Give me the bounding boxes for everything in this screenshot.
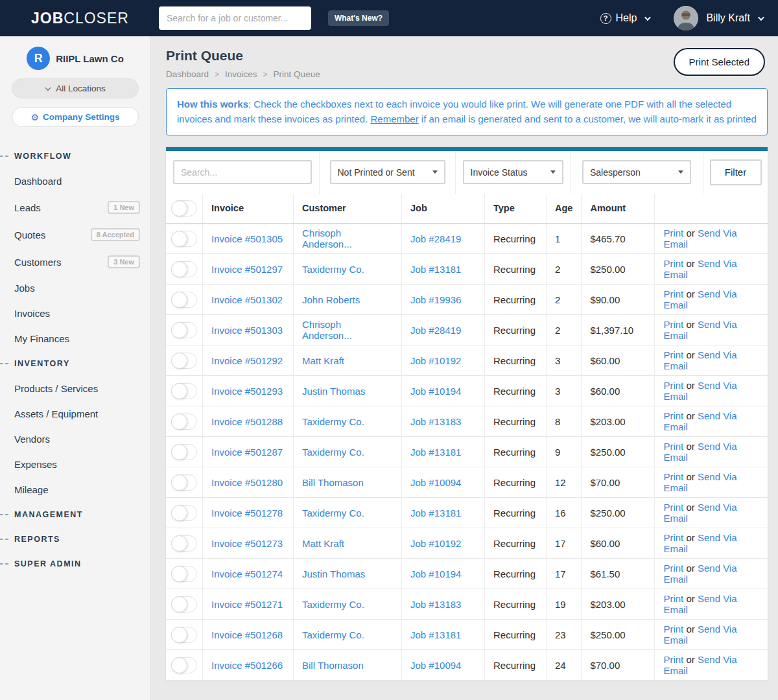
row-toggle[interactable] [171,657,197,673]
invoice-link[interactable]: Invoice #501266 [211,660,283,671]
customer-link[interactable]: Matt Kraft [302,355,344,366]
job-link[interactable]: Job #28419 [410,325,461,336]
print-link[interactable]: Print [663,624,683,635]
breadcrumb-item-dashboard[interactable]: Dashboard [166,69,209,79]
sidebar-item-assets-equipment[interactable]: Assets / Equipment [0,401,150,426]
sidebar-section-inventory[interactable]: INVENTORY [0,351,150,376]
filter-button[interactable]: Filter [710,159,762,185]
job-link[interactable]: Job #10192 [410,538,461,549]
sidebar-section-management[interactable]: MANAGEMENT [0,502,150,527]
invoice-link[interactable]: Invoice #501302 [211,294,283,305]
invoice-link[interactable]: Invoice #501293 [211,386,283,397]
invoice-link[interactable]: Invoice #501305 [211,233,283,244]
sidebar-item-my-finances[interactable]: My Finances [0,326,150,351]
job-link[interactable]: Job #13181 [410,447,461,458]
print-link[interactable]: Print [663,441,683,452]
global-search-input[interactable] [159,6,311,30]
customer-link[interactable]: John Roberts [302,294,360,305]
sidebar-item-mileage[interactable]: Mileage [0,477,150,502]
customer-link[interactable]: Taxidermy Co. [302,447,364,458]
print-link[interactable]: Print [663,288,683,299]
customer-link[interactable]: Taxidermy Co. [302,599,364,610]
print-link[interactable]: Print [663,654,683,665]
sidebar-item-products-services[interactable]: Products / Services [0,376,150,401]
row-toggle[interactable] [171,383,197,399]
invoice-link[interactable]: Invoice #501292 [211,355,283,366]
sidebar-item-jobs[interactable]: Jobs [0,275,150,301]
row-toggle[interactable] [171,596,197,612]
printed-status-select[interactable]: Not Printed or Sent [330,160,445,184]
print-link[interactable]: Print [663,532,683,543]
sidebar-item-leads[interactable]: Leads1 New [0,194,150,221]
job-link[interactable]: Job #13183 [410,416,461,427]
row-toggle[interactable] [171,261,197,277]
job-link[interactable]: Job #28419 [410,233,461,244]
customer-link[interactable]: Justin Thomas [302,568,365,579]
job-link[interactable]: Job #13181 [410,264,461,275]
company-header[interactable]: R RIIPL Lawn Co [0,47,150,70]
row-toggle[interactable] [171,627,197,643]
invoice-link[interactable]: Invoice #501278 [211,508,283,519]
sidebar-item-customers[interactable]: Customers3 New [0,248,150,275]
invoice-link[interactable]: Invoice #501297 [211,264,283,275]
print-link[interactable]: Print [663,380,683,391]
help-menu[interactable]: ? Help [600,12,650,24]
app-logo[interactable]: JOBCLOSER [31,10,129,27]
sidebar-section-reports[interactable]: REPORTS [0,527,150,552]
invoice-link[interactable]: Invoice #501271 [211,599,283,610]
customer-link[interactable]: Chrisoph Anderson... [302,228,352,250]
job-link[interactable]: Job #19936 [410,294,461,305]
row-toggle[interactable] [171,566,197,582]
invoice-link[interactable]: Invoice #501280 [211,477,283,488]
print-selected-button[interactable]: Print Selected [674,48,765,76]
row-toggle[interactable] [171,505,197,521]
job-link[interactable]: Job #10094 [410,660,461,671]
row-toggle[interactable] [171,474,197,491]
print-link[interactable]: Print [663,593,683,604]
table-search-input[interactable] [173,160,312,184]
job-link[interactable]: Job #10194 [410,568,461,579]
sidebar-item-expenses[interactable]: Expenses [0,452,150,477]
print-link[interactable]: Print [663,228,683,239]
row-toggle[interactable] [171,292,197,308]
user-menu[interactable]: Billy Kraft [674,6,762,30]
customer-link[interactable]: Taxidermy Co. [302,629,364,640]
invoice-status-select[interactable]: Invoice Status [463,160,563,184]
invoice-link[interactable]: Invoice #501303 [211,325,283,336]
sidebar-section-super-admin[interactable]: SUPER ADMIN [0,552,150,576]
invoice-link[interactable]: Invoice #501274 [211,568,283,579]
customer-link[interactable]: Bill Thomason [302,477,364,488]
invoice-link[interactable]: Invoice #501288 [211,416,283,427]
row-toggle[interactable] [171,535,197,552]
print-link[interactable]: Print [663,319,683,330]
job-link[interactable]: Job #10192 [410,355,461,366]
row-toggle[interactable] [171,444,197,460]
salesperson-select[interactable]: Salesperson [582,160,691,184]
print-link[interactable]: Print [663,502,683,513]
sidebar-section-workflow[interactable]: WORKFLOW [0,144,150,169]
customer-link[interactable]: Matt Kraft [302,538,344,549]
all-locations-dropdown[interactable]: All Locations [12,78,139,99]
whats-new-button[interactable]: What's New? [328,10,389,26]
row-toggle[interactable] [171,231,197,247]
row-toggle[interactable] [171,322,197,338]
print-link[interactable]: Print [663,258,683,269]
customer-link[interactable]: Chrisoph Anderson... [302,319,352,341]
invoice-link[interactable]: Invoice #501287 [211,447,283,458]
job-link[interactable]: Job #13181 [410,508,461,519]
company-settings-button[interactable]: ⚙ Company Settings [12,107,139,127]
print-link[interactable]: Print [663,349,683,360]
sidebar-item-invoices[interactable]: Invoices [0,301,150,326]
row-toggle[interactable] [171,414,197,430]
invoice-link[interactable]: Invoice #501268 [211,629,283,640]
sidebar-item-vendors[interactable]: Vendors [0,426,150,452]
job-link[interactable]: Job #13183 [410,599,461,610]
customer-link[interactable]: Justin Thomas [302,386,365,397]
info-remember-link[interactable]: Remember [370,113,418,124]
print-link[interactable]: Print [663,471,683,482]
customer-link[interactable]: Taxidermy Co. [302,416,364,427]
select-all-toggle[interactable] [171,200,197,216]
customer-link[interactable]: Taxidermy Co. [302,508,364,519]
sidebar-item-quotes[interactable]: Quotes8 Accepted [0,221,150,248]
sidebar-item-dashboard[interactable]: Dashboard [0,169,150,194]
